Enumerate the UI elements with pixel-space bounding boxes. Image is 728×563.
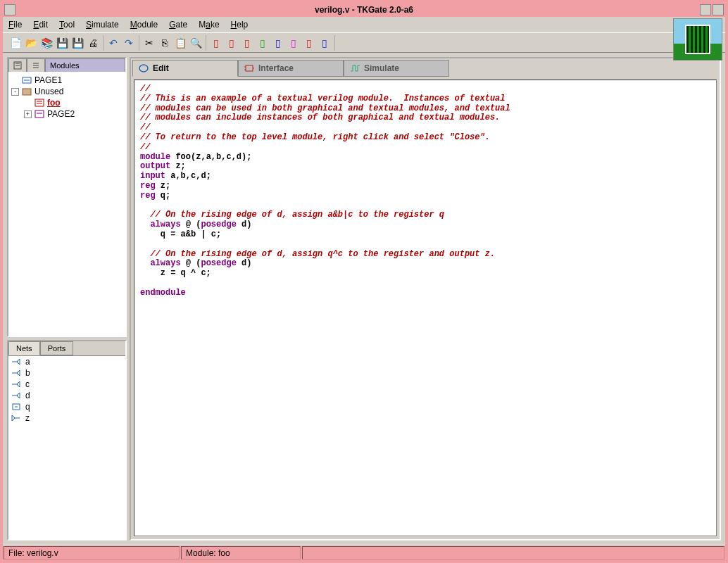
redo-icon[interactable]: ↷ (122, 36, 136, 50)
input-port-icon (11, 391, 21, 400)
tab-ports[interactable]: Ports (40, 341, 74, 355)
module-text-icon (34, 98, 44, 108)
save-icon[interactable]: 💾 (55, 36, 69, 50)
tab-nets[interactable]: Nets (8, 341, 40, 355)
gate-ff-icon[interactable]: ▯ (302, 36, 316, 50)
titlebar: verilog.v - TKGate 2.0-a6 (3, 3, 725, 17)
minimize-icon[interactable] (700, 4, 711, 15)
tab-modules-label: Modules (50, 61, 80, 70)
net-label: b (25, 368, 30, 378)
input-port-icon (11, 368, 21, 378)
list-item[interactable]: c (8, 379, 125, 390)
menu-file[interactable]: File (7, 18, 23, 31)
statusbar: File: verilog.v Module: foo (3, 545, 725, 560)
folder-icon (22, 87, 32, 96)
module-graph-icon (34, 109, 44, 119)
gate-not-icon[interactable]: ▯ (271, 36, 285, 50)
svg-rect-8 (23, 89, 31, 95)
edit-tab-icon (139, 64, 149, 72)
tab-simulate[interactable]: Simulate (344, 60, 449, 77)
menu-help[interactable]: Help (230, 18, 250, 31)
menu-module[interactable]: Module (129, 18, 159, 31)
tree-item-foo[interactable]: foo (11, 97, 123, 108)
input-port-icon (11, 357, 21, 367)
simulate-tab-icon (350, 64, 360, 72)
tree-item-page2[interactable]: + PAGE2 (11, 108, 123, 120)
new-file-icon[interactable]: 📄 (8, 36, 23, 50)
tree-label: foo (47, 98, 61, 108)
list-item[interactable]: b (8, 367, 125, 379)
tab-hier-tree-icon[interactable] (8, 58, 27, 72)
status-file: File: verilog.v (4, 546, 180, 559)
undo-icon[interactable]: ↶ (106, 36, 120, 50)
tree-label: Unused (34, 87, 63, 96)
menu-edit[interactable]: Edit (32, 18, 49, 31)
net-label: a (25, 357, 30, 367)
cut-icon[interactable]: ✂ (142, 36, 156, 50)
paste-icon[interactable]: 📋 (173, 36, 187, 50)
tree-item-unused[interactable]: - Unused (11, 86, 123, 97)
tree-label: PAGE1 (34, 75, 62, 85)
gate-and-icon[interactable]: ▯ (209, 36, 223, 50)
list-item[interactable]: a (8, 356, 125, 367)
menu-simulate[interactable]: Simulate (84, 18, 120, 31)
tab-interface[interactable]: Interface (238, 60, 344, 77)
maximize-icon[interactable] (713, 4, 724, 15)
net-label: z (25, 413, 30, 423)
module-tree[interactable]: PAGE1 - Unused foo (8, 72, 125, 336)
saveas-icon[interactable]: 💾 (70, 36, 84, 50)
gate-xor-icon[interactable]: ▯ (240, 36, 254, 50)
tab-edit[interactable]: Edit (132, 60, 238, 77)
output-port-icon (11, 413, 21, 423)
gate-mod-icon[interactable]: ▯ (318, 36, 332, 50)
collapse-icon[interactable]: - (11, 88, 19, 96)
module-graph-icon (22, 75, 32, 85)
tab-modules[interactable]: Modules (45, 58, 125, 72)
svg-rect-12 (35, 110, 44, 118)
menubar: File Edit Tool Simulate Module Gate Make… (3, 17, 725, 33)
tab-label: Interface (258, 63, 294, 73)
net-label: c (25, 379, 30, 389)
net-label: d (25, 391, 30, 400)
svg-rect-17 (246, 65, 253, 71)
svg-point-16 (139, 65, 148, 72)
open-folder-icon[interactable]: 📂 (24, 36, 38, 50)
print-icon[interactable]: 🖨 (86, 36, 100, 50)
list-item[interactable]: q (8, 401, 125, 412)
list-item[interactable]: d (8, 390, 125, 401)
library-icon[interactable]: 📚 (39, 36, 54, 50)
gate-or-icon[interactable]: ▯ (225, 36, 239, 50)
svg-rect-9 (35, 99, 44, 106)
list-item[interactable]: z (8, 412, 125, 424)
tab-nets-label: Nets (16, 344, 32, 353)
expand-icon[interactable]: + (24, 110, 32, 118)
status-message (302, 546, 724, 559)
input-port-icon (11, 379, 21, 389)
sysmenu-icon[interactable] (4, 4, 15, 15)
net-label: q (25, 402, 30, 412)
code-editor[interactable]: // // This is an example of a textual ve… (134, 80, 717, 536)
tree-label: PAGE2 (47, 109, 75, 119)
menu-make[interactable]: Make (197, 18, 220, 31)
reg-icon (11, 402, 21, 412)
find-icon[interactable]: 🔍 (189, 36, 203, 50)
gate-mux-icon[interactable]: ▯ (287, 36, 301, 50)
menu-tool[interactable]: Tool (58, 18, 76, 31)
menu-gate[interactable]: Gate (168, 18, 189, 31)
tree-item-page1[interactable]: PAGE1 (11, 75, 123, 86)
app-logo-icon (673, 18, 722, 61)
interface-tab-icon (244, 64, 254, 72)
tab-label: Simulate (364, 63, 399, 73)
tab-flat-list-icon[interactable] (27, 58, 45, 72)
status-module: Module: foo (181, 546, 301, 559)
window-title: verilog.v - TKGate 2.0-a6 (315, 5, 413, 15)
copy-icon[interactable]: ⎘ (158, 36, 172, 50)
tab-label: Edit (153, 63, 169, 73)
tab-ports-label: Ports (48, 344, 66, 353)
toolbar: 📄 📂 📚 💾 💾 🖨 ↶ ↷ ✂ ⎘ 📋 🔍 ▯ ▯ ▯ ▯ ▯ ▯ ▯ ▯ (3, 33, 725, 53)
gate-buf-icon[interactable]: ▯ (256, 36, 270, 50)
net-list[interactable]: a b c d q z (8, 356, 125, 539)
